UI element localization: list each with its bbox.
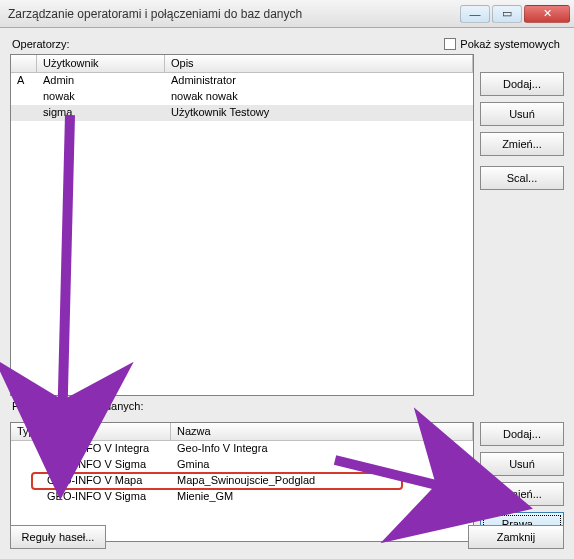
- cell: Gmina: [171, 457, 473, 473]
- connections-th-name: Nazwa: [171, 423, 473, 440]
- operators-list-panel: Użytkownik Opis AAdminAdministratornowak…: [10, 54, 474, 396]
- operators-tbody: AAdminAdministratornowaknowak nowaksigma…: [11, 73, 473, 121]
- connections-buttons: Dodaj... Usuń Zmień... Prawa...: [480, 422, 564, 542]
- cell: [11, 441, 41, 457]
- password-rules-button[interactable]: Reguły haseł...: [10, 525, 106, 549]
- close-dialog-button[interactable]: Zamknij: [468, 525, 564, 549]
- connections-th-program: Programu: [41, 423, 171, 440]
- cell: [11, 105, 37, 121]
- show-system-checkbox[interactable]: Pokaż systemowych: [444, 38, 560, 50]
- cell: A: [11, 73, 37, 89]
- connections-tbody: GEO-INFO V IntegraGeo-Info V IntegraGEO-…: [11, 441, 473, 505]
- footer: Reguły haseł... Zamknij: [10, 525, 564, 549]
- cell: nowak: [37, 89, 165, 105]
- operators-th-desc: Opis: [165, 55, 473, 72]
- cell: [11, 89, 37, 105]
- connections-edit-button[interactable]: Zmień...: [480, 482, 564, 506]
- cell: GEO-INFO V Integra: [41, 441, 171, 457]
- client-area: Operatorzy: Pokaż systemowych Użytkownik…: [0, 28, 574, 559]
- cell: [11, 473, 41, 489]
- operators-table[interactable]: Użytkownik Opis AAdminAdministratornowak…: [10, 54, 474, 396]
- connections-add-button[interactable]: Dodaj...: [480, 422, 564, 446]
- table-row[interactable]: sigmaUżytkownik Testowy: [11, 105, 473, 121]
- table-row[interactable]: nowaknowak nowak: [11, 89, 473, 105]
- connections-table[interactable]: Typ Programu Nazwa GEO-INFO V IntegraGeo…: [10, 422, 474, 542]
- cell: Użytkownik Testowy: [165, 105, 473, 121]
- table-row[interactable]: GEO-INFO V SigmaGmina: [11, 457, 473, 473]
- connections-section: Typ Programu Nazwa GEO-INFO V IntegraGeo…: [10, 422, 564, 542]
- operators-delete-button[interactable]: Usuń: [480, 102, 564, 126]
- close-button[interactable]: ✕: [524, 5, 570, 23]
- table-row[interactable]: GEO-INFO V IntegraGeo-Info V Integra: [11, 441, 473, 457]
- cell: [11, 489, 41, 505]
- connections-list-panel: Typ Programu Nazwa GEO-INFO V IntegraGeo…: [10, 422, 474, 542]
- table-row[interactable]: AAdminAdministrator: [11, 73, 473, 89]
- operators-section: Użytkownik Opis AAdminAdministratornowak…: [10, 54, 564, 396]
- show-system-label: Pokaż systemowych: [460, 38, 560, 50]
- connections-delete-button[interactable]: Usuń: [480, 452, 564, 476]
- cell: Administrator: [165, 73, 473, 89]
- cell: GEO-INFO V Mapa: [41, 473, 171, 489]
- cell: Admin: [37, 73, 165, 89]
- cell: sigma: [37, 105, 165, 121]
- table-row[interactable]: GEO-INFO V SigmaMienie_GM: [11, 489, 473, 505]
- maximize-button[interactable]: ▭: [492, 5, 522, 23]
- title: Zarządzanie operatorami i połączeniami d…: [8, 7, 458, 21]
- operators-merge-button[interactable]: Scal...: [480, 166, 564, 190]
- checkbox-icon: [444, 38, 456, 50]
- operators-thead: Użytkownik Opis: [11, 55, 473, 73]
- connections-label: Połączenia do baz danych:: [10, 396, 564, 416]
- minimize-button[interactable]: —: [460, 5, 490, 23]
- cell: Mapa_Swinoujscie_Podglad: [171, 473, 473, 489]
- cell: Geo-Info V Integra: [171, 441, 473, 457]
- operators-th-user: Użytkownik: [37, 55, 165, 72]
- operators-add-button[interactable]: Dodaj...: [480, 72, 564, 96]
- cell: nowak nowak: [165, 89, 473, 105]
- cell: GEO-INFO V Sigma: [41, 457, 171, 473]
- table-row[interactable]: GEO-INFO V MapaMapa_Swinoujscie_Podglad: [11, 473, 473, 489]
- operators-edit-button[interactable]: Zmień...: [480, 132, 564, 156]
- operators-th-blank: [11, 55, 37, 72]
- titlebar: Zarządzanie operatorami i połączeniami d…: [0, 0, 574, 28]
- cell: [11, 457, 41, 473]
- operators-label: Operatorzy:: [12, 38, 69, 50]
- connections-thead: Typ Programu Nazwa: [11, 423, 473, 441]
- cell: Mienie_GM: [171, 489, 473, 505]
- cell: GEO-INFO V Sigma: [41, 489, 171, 505]
- operators-buttons: Dodaj... Usuń Zmień... Scal...: [480, 54, 564, 396]
- operators-header-row: Operatorzy: Pokaż systemowych: [10, 36, 564, 54]
- connections-th-type: Typ: [11, 423, 41, 440]
